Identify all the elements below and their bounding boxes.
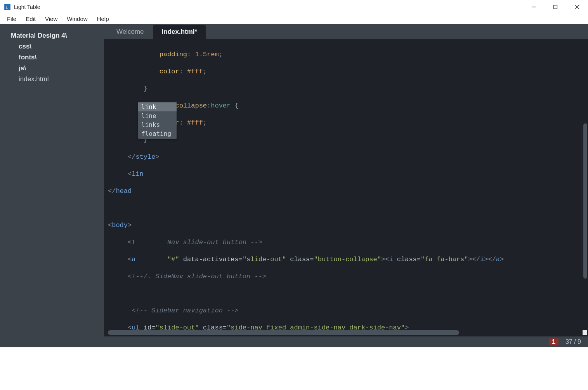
file-tree: Material Design 4\ css\ fonts\ js\ index… (0, 24, 104, 347)
tree-folder-css[interactable]: css\ (11, 42, 99, 51)
tab-index-html[interactable]: index.html* (153, 25, 206, 39)
tree-folder-js[interactable]: js\ (11, 64, 99, 73)
tab-bar: Welcome index.html* (104, 24, 588, 39)
menu-file[interactable]: File (2, 15, 21, 23)
error-count-badge[interactable]: 1 (549, 338, 559, 345)
editor-wrap: padding: 1.5rem; color: #fff; } .button-… (104, 39, 588, 336)
window-title: Light Table (14, 4, 40, 10)
svg-rect-3 (554, 5, 557, 9)
vertical-scrollbar[interactable] (583, 123, 587, 279)
autocomplete-item[interactable]: line (138, 111, 177, 120)
menu-edit[interactable]: Edit (21, 15, 40, 23)
bottom-strip (0, 347, 588, 390)
window-controls (523, 0, 588, 14)
tree-folder-fonts[interactable]: fonts\ (11, 53, 99, 62)
menu-window[interactable]: Window (62, 15, 92, 23)
maximize-button[interactable] (545, 0, 566, 14)
horizontal-scrollbar-track[interactable] (108, 330, 583, 335)
code-editor[interactable]: padding: 1.5rem; color: #fff; } .button-… (104, 39, 588, 336)
minimize-button[interactable] (523, 0, 545, 14)
project-root[interactable]: Material Design 4\ (11, 32, 99, 40)
main-area: Material Design 4\ css\ fonts\ js\ index… (0, 24, 588, 347)
editor-region: Welcome index.html* padding: 1.5rem; col… (104, 24, 588, 347)
scroll-corner (583, 330, 587, 335)
tab-welcome[interactable]: Welcome (108, 25, 153, 39)
window-titlebar: L Light Table (0, 0, 588, 14)
autocomplete-item[interactable]: links (138, 120, 177, 129)
autocomplete-popup[interactable]: link line links floating (138, 102, 177, 139)
status-bar: 1 37 / 9 (104, 336, 588, 347)
app-icon: L (4, 3, 11, 10)
menu-view[interactable]: View (40, 15, 62, 23)
svg-text:L: L (6, 5, 8, 10)
horizontal-scrollbar-thumb[interactable] (108, 330, 459, 335)
close-button[interactable] (566, 0, 588, 14)
autocomplete-item[interactable]: floating (138, 129, 177, 138)
menu-help[interactable]: Help (92, 15, 114, 23)
menubar: File Edit View Window Help (0, 14, 588, 24)
tree-file-index[interactable]: index.html (11, 75, 99, 84)
autocomplete-item[interactable]: link (138, 102, 177, 111)
cursor-position: 37 / 9 (565, 338, 581, 345)
